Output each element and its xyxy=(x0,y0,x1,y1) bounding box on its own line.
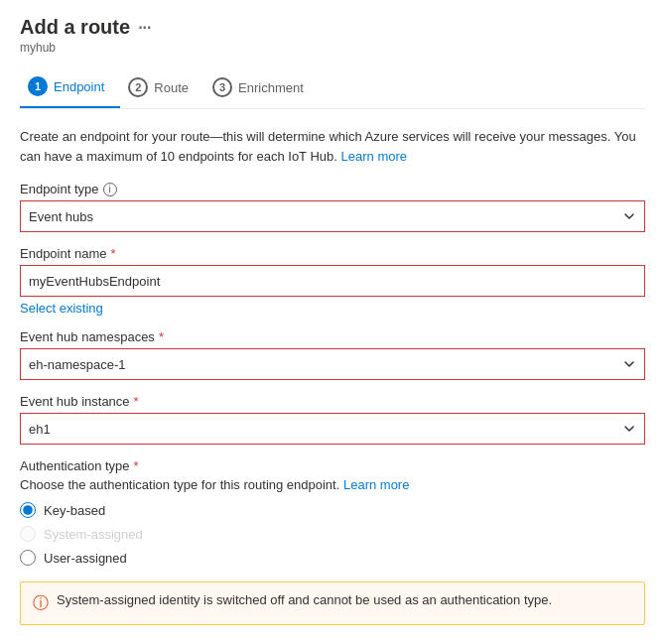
auth-learn-more-link[interactable]: Learn more xyxy=(343,477,409,492)
step-route[interactable]: 2 Route xyxy=(120,69,204,107)
step-1-label: Endpoint xyxy=(54,79,104,94)
radio-key-based-input[interactable] xyxy=(20,502,36,518)
learn-more-link[interactable]: Learn more xyxy=(341,149,407,164)
endpoint-type-info-icon[interactable]: i xyxy=(103,183,117,196)
step-3-label: Enrichment xyxy=(238,80,304,95)
step-1-circle: 1 xyxy=(28,76,48,96)
event-hub-namespaces-group: Event hub namespaces * eh-namespace-1 xyxy=(20,329,645,380)
event-hub-namespaces-chevron[interactable] xyxy=(613,348,645,380)
step-3-circle: 3 xyxy=(212,77,232,97)
step-endpoint[interactable]: 1 Endpoint xyxy=(20,68,120,108)
endpoint-name-label: Endpoint name * xyxy=(20,246,645,261)
event-hub-instance-group: Event hub instance * eh1 xyxy=(20,394,645,445)
ellipsis-menu[interactable]: ··· xyxy=(138,19,151,37)
radio-system-assigned-label: System-assigned xyxy=(44,527,143,542)
main-content: Create an endpoint for your route—this w… xyxy=(20,127,645,625)
event-hub-instance-select[interactable]: eh1 xyxy=(20,413,645,445)
endpoint-description: Create an endpoint for your route—this w… xyxy=(20,127,645,166)
warning-box: ⓘ System-assigned identity is switched o… xyxy=(20,581,645,625)
auth-description: Choose the authentication type for this … xyxy=(20,477,645,492)
page-subtitle: myhub xyxy=(20,41,645,55)
page-title: Add a route xyxy=(20,16,130,39)
auth-type-label: Authentication type * xyxy=(20,458,645,473)
event-hub-namespaces-label: Event hub namespaces * xyxy=(20,329,645,344)
step-2-label: Route xyxy=(154,80,189,95)
radio-user-assigned-input[interactable] xyxy=(20,550,36,566)
radio-user-assigned-label: User-assigned xyxy=(44,551,127,566)
auth-radio-group: Key-based System-assigned User-assigned xyxy=(20,502,645,566)
radio-system-assigned-input xyxy=(20,526,36,542)
event-hub-namespaces-select[interactable]: eh-namespace-1 xyxy=(20,348,645,380)
page-header: Add a route ··· myhub xyxy=(20,16,645,55)
steps-nav: 1 Endpoint 2 Route 3 Enrichment xyxy=(20,68,645,109)
radio-key-based[interactable]: Key-based xyxy=(20,502,645,518)
auth-type-section: Authentication type * Choose the authent… xyxy=(20,458,645,566)
endpoint-type-select-wrapper: Event hubs Service Bus queue Service Bus… xyxy=(20,200,645,232)
endpoint-type-chevron[interactable] xyxy=(613,200,645,232)
step-enrichment[interactable]: 3 Enrichment xyxy=(204,69,320,107)
endpoint-type-group: Endpoint type i Event hubs Service Bus q… xyxy=(20,182,645,232)
radio-system-assigned: System-assigned xyxy=(20,526,645,542)
event-hub-instance-wrapper: eh1 xyxy=(20,413,645,445)
event-hub-namespaces-wrapper: eh-namespace-1 xyxy=(20,348,645,380)
warning-icon: ⓘ xyxy=(33,593,49,614)
select-existing-link[interactable]: Select existing xyxy=(20,301,103,316)
radio-key-based-label: Key-based xyxy=(44,503,105,518)
warning-text: System-assigned identity is switched off… xyxy=(57,592,552,607)
endpoint-name-input[interactable] xyxy=(20,265,645,297)
endpoint-name-group: Endpoint name * Select existing xyxy=(20,246,645,316)
radio-user-assigned[interactable]: User-assigned xyxy=(20,550,645,566)
endpoint-type-select[interactable]: Event hubs Service Bus queue Service Bus… xyxy=(20,200,645,232)
endpoint-type-label: Endpoint type i xyxy=(20,182,645,196)
step-2-circle: 2 xyxy=(128,77,148,97)
event-hub-instance-label: Event hub instance * xyxy=(20,394,645,409)
event-hub-instance-chevron[interactable] xyxy=(613,413,645,445)
